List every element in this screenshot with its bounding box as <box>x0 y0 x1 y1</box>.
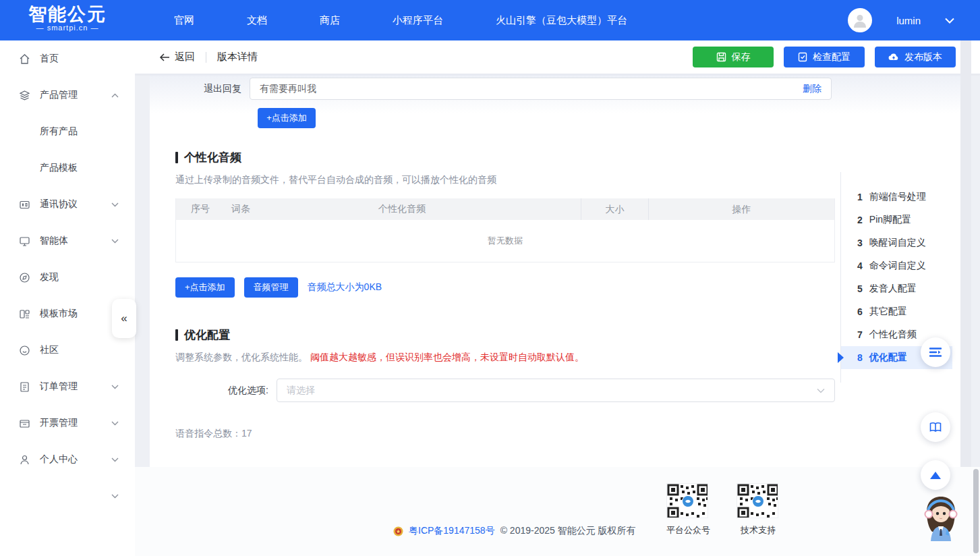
logo-title: 智能公元 <box>28 5 107 24</box>
sidebar-item-label: 个人中心 <box>40 453 78 466</box>
anchor-num: 2 <box>857 215 863 225</box>
optimize-option-select[interactable]: 请选择 <box>277 379 835 402</box>
sidebar-collapse-button[interactable]: « <box>112 299 136 338</box>
anchor-item-command-word[interactable]: 4 命令词自定义 <box>841 254 952 277</box>
page-scrollbar-thumb[interactable] <box>973 469 979 553</box>
protocol-icon <box>19 199 30 211</box>
save-button[interactable]: 保存 <box>693 47 774 67</box>
anchor-label: 唤醒词自定义 <box>869 237 926 249</box>
content-scrollbar-track[interactable] <box>960 40 971 467</box>
nav-link-docs[interactable]: 文档 <box>247 14 267 27</box>
delete-reply-link[interactable]: 删除 <box>803 83 822 95</box>
anchor-label: 发音人配置 <box>869 283 917 295</box>
personalized-audio-description: 通过上传录制的音频文件，替代平台自动合成的音频，可以播放个性化的音频 <box>175 174 861 186</box>
mascot-assistant[interactable] <box>912 490 970 548</box>
chevron-down-icon <box>111 421 119 426</box>
user-area: lumin <box>848 0 954 40</box>
qr-code-image <box>737 483 778 518</box>
version-detail-card: 退出回复 有需要再叫我 删除 +点击添加 个性化音频 通过上传录制的音频文件，替… <box>150 74 960 467</box>
app-logo[interactable]: 智能公元 smartpi.cn <box>28 5 107 32</box>
sidebar: 首页 产品管理 所有产品 产品模板 通讯协议 智能体 发现 模板市场 社区 订单… <box>0 40 135 556</box>
top-navbar: 智能公元 smartpi.cn 官网 文档 商店 小程序平台 火山引擎（豆包大模… <box>0 0 980 40</box>
monitor-icon <box>19 235 30 247</box>
chevron-down-icon <box>111 457 119 462</box>
chevron-up-icon <box>111 93 119 98</box>
anchor-label: 其它配置 <box>869 306 907 318</box>
publish-version-button[interactable]: 发布版本 <box>875 47 956 67</box>
chevron-down-icon <box>817 388 825 393</box>
anchor-item-other-config[interactable]: 6 其它配置 <box>841 300 952 323</box>
home-icon <box>19 53 30 65</box>
anchor-label: 命令词自定义 <box>869 260 926 272</box>
docs-float-button[interactable] <box>921 412 950 442</box>
anchor-item-frontend-signal[interactable]: 1 前端信号处理 <box>841 186 952 208</box>
voice-command-total: 语音指令总数：17 <box>175 428 861 440</box>
sidebar-item-label: 订单管理 <box>40 381 78 393</box>
sidebar-item-label: 社区 <box>40 344 59 356</box>
collapse-icon: « <box>121 312 127 325</box>
list-icon <box>929 347 942 358</box>
header-divider <box>206 52 206 63</box>
compass-icon <box>19 272 30 283</box>
nav-link-volcano-platform[interactable]: 火山引擎（豆包大模型）平台 <box>496 14 627 27</box>
sidebar-item-home[interactable]: 首页 <box>0 40 135 77</box>
audio-table: 序号 词条 个性化音频 大小 操作 暂无数据 <box>175 198 835 262</box>
exit-reply-row: 退出回复 有需要再叫我 删除 <box>175 78 861 100</box>
sidebar-item-discover[interactable]: 发现 <box>0 259 135 296</box>
save-icon <box>716 52 726 62</box>
sidebar-item-communication-protocol[interactable]: 通讯协议 <box>0 186 135 223</box>
exit-reply-label: 退出回复 <box>175 83 250 95</box>
audio-manage-button[interactable]: 音频管理 <box>244 277 298 298</box>
template-market-icon <box>19 308 30 320</box>
nav-link-store[interactable]: 商店 <box>320 14 340 27</box>
section-title-text: 个性化音频 <box>184 150 241 165</box>
sidebar-item-community[interactable]: 社区 <box>0 332 135 368</box>
sidebar-item-personal-center[interactable]: 个人中心 <box>0 441 135 478</box>
chevron-down-icon <box>111 494 119 499</box>
anchor-menu-float-button[interactable] <box>921 337 950 367</box>
username-label[interactable]: lumin <box>896 15 921 26</box>
nav-link-miniprogram-platform[interactable]: 小程序平台 <box>393 14 443 27</box>
publish-version-label: 发布版本 <box>904 51 942 63</box>
back-button[interactable]: 返回 <box>159 51 195 63</box>
user-icon <box>19 454 30 466</box>
sidebar-item-all-products[interactable]: 所有产品 <box>0 113 135 150</box>
nav-link-official-site[interactable]: 官网 <box>174 14 194 27</box>
anchor-num: 6 <box>857 306 863 317</box>
page-header: 返回 版本详情 保存 检查配置 发布版本 <box>135 40 980 74</box>
add-reply-button[interactable]: +点击添加 <box>258 108 316 128</box>
optimize-option-row: 优化选项: 请选择 <box>175 379 861 402</box>
up-arrow-icon <box>930 472 941 479</box>
back-to-top-button[interactable] <box>921 460 950 490</box>
anchor-item-speaker-config[interactable]: 5 发音人配置 <box>841 277 952 300</box>
sidebar-item-extra[interactable] <box>0 478 135 514</box>
qr-code-image <box>666 483 708 518</box>
icp-link[interactable]: 粤ICP备19147158号 <box>409 525 495 537</box>
anchor-num: 8 <box>857 352 863 363</box>
col-header-index: 序号 <box>176 203 217 215</box>
top-nav-links: 官网 文档 商店 小程序平台 火山引擎（豆包大模型）平台 <box>174 0 627 40</box>
sidebar-item-agent[interactable]: 智能体 <box>0 223 135 259</box>
qr-label: 技术支持 <box>737 524 780 536</box>
add-audio-button[interactable]: +点击添加 <box>175 277 235 298</box>
exit-reply-value: 有需要再叫我 <box>260 83 803 95</box>
sidebar-item-invoice-management[interactable]: 开票管理 <box>0 405 135 441</box>
sidebar-item-label: 开票管理 <box>40 417 78 429</box>
sidebar-item-product-templates[interactable]: 产品模板 <box>0 150 135 186</box>
anchor-item-wakeword[interactable]: 3 唤醒词自定义 <box>841 231 952 254</box>
section-title-text: 优化配置 <box>184 327 230 343</box>
main-area: 返回 版本详情 保存 检查配置 发布版本 退出回复 有需要再叫我 <box>135 40 980 556</box>
sidebar-item-label: 所有产品 <box>40 126 78 138</box>
anchor-num: 5 <box>857 283 863 294</box>
audio-table-header: 序号 词条 个性化音频 大小 操作 <box>176 198 834 220</box>
check-config-button[interactable]: 检查配置 <box>784 47 865 67</box>
chevron-down-icon[interactable] <box>945 18 954 24</box>
sidebar-item-product-management[interactable]: 产品管理 <box>0 77 135 113</box>
arrow-left-icon <box>159 53 170 61</box>
sidebar-item-order-management[interactable]: 订单管理 <box>0 368 135 405</box>
icp-badge-icon <box>393 526 403 536</box>
anchor-item-pin-config[interactable]: 2 Pin脚配置 <box>841 208 952 231</box>
optimize-section-title: 优化配置 <box>175 327 861 343</box>
user-avatar[interactable] <box>848 8 872 32</box>
exit-reply-input[interactable]: 有需要再叫我 删除 <box>250 78 832 100</box>
